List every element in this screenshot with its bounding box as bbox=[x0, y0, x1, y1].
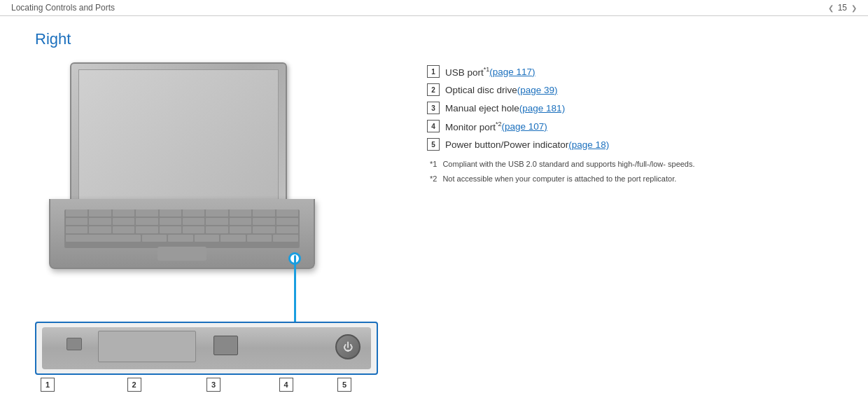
item-badge-3: 3 bbox=[427, 102, 440, 114]
item-text-4: Monitor port*2 bbox=[445, 121, 502, 132]
item-link-1[interactable]: (page 117) bbox=[489, 67, 535, 77]
main-content: Right bbox=[0, 16, 868, 407]
label-2: 2 bbox=[127, 378, 141, 392]
footnote-text-1: Compliant with the USB 2.0 standard and … bbox=[442, 159, 694, 170]
footnote-text-2: Not accessible when your computer is att… bbox=[442, 174, 676, 184]
header-title: Locating Controls and Ports bbox=[11, 3, 115, 13]
list-item: 2 Optical disc drive (page 39) bbox=[427, 83, 847, 96]
item-text-1: USB port*1 bbox=[445, 66, 489, 78]
laptop-touchpad bbox=[158, 247, 206, 261]
label-3: 3 bbox=[206, 378, 220, 392]
laptop-screen-outer bbox=[70, 62, 287, 210]
footnotes: *1 Compliant with the USB 2.0 standard a… bbox=[427, 159, 847, 185]
header-page: ❮ 15 ❯ bbox=[828, 3, 857, 13]
item-badge-1: 1 bbox=[427, 65, 440, 78]
chevron-right-icon: ❯ bbox=[851, 4, 857, 12]
footnote-1: *1 Compliant with the USB 2.0 standard a… bbox=[430, 159, 847, 170]
laptop-keyboard bbox=[64, 210, 300, 248]
item-list: 1 USB port*1 (page 117) 2 Optical disc d… bbox=[427, 65, 847, 151]
label-4: 4 bbox=[279, 378, 293, 392]
laptop-base bbox=[49, 199, 315, 269]
laptop-screen-inner bbox=[78, 69, 279, 202]
connector-line bbox=[294, 255, 296, 325]
laptop-illustration-area: ⏻ 1 2 3 4 5 bbox=[35, 62, 385, 364]
list-item: 3 Manual eject hole (page 181) bbox=[427, 102, 847, 114]
section-title: Right bbox=[35, 30, 399, 48]
chevron-left-icon: ❮ bbox=[828, 4, 834, 12]
left-panel: Right bbox=[35, 30, 399, 400]
item-badge-4: 4 bbox=[427, 120, 440, 132]
page-header: Locating Controls and Ports ❮ 15 ❯ bbox=[0, 0, 868, 16]
item-text-2: Optical disc drive bbox=[445, 85, 517, 95]
list-item: 1 USB port*1 (page 117) bbox=[427, 65, 847, 78]
item-text-3: Manual eject hole bbox=[445, 103, 519, 114]
item-badge-2: 2 bbox=[427, 83, 440, 96]
bottom-strip-container: ⏻ 1 2 3 4 5 bbox=[35, 322, 378, 392]
item-link-3[interactable]: (page 181) bbox=[519, 103, 565, 114]
label-1: 1 bbox=[41, 378, 55, 392]
footnote-mark-2: *2 bbox=[430, 174, 437, 184]
usb-port-visual bbox=[66, 338, 82, 350]
bottom-strip-visual: ⏻ bbox=[42, 327, 371, 369]
item-link-5[interactable]: (page 18) bbox=[568, 139, 609, 150]
optical-drive-visual bbox=[98, 331, 196, 362]
item-link-2[interactable]: (page 39) bbox=[517, 85, 558, 95]
footnote-mark-1: *1 bbox=[430, 159, 437, 170]
list-item: 4 Monitor port*2 (page 107) bbox=[427, 120, 847, 132]
footnote-2: *2 Not accessible when your computer is … bbox=[430, 174, 847, 184]
item-link-4[interactable]: (page 107) bbox=[502, 121, 547, 132]
laptop-body bbox=[49, 62, 315, 259]
power-button-visual: ⏻ bbox=[335, 334, 360, 359]
power-icon: ⏻ bbox=[343, 342, 353, 352]
item-badge-5: 5 bbox=[427, 138, 440, 151]
page-number: 15 bbox=[838, 3, 847, 13]
bottom-strip-border: ⏻ bbox=[35, 322, 378, 375]
label-5: 5 bbox=[337, 378, 351, 392]
list-item: 5 Power button/Power indicator (page 18) bbox=[427, 138, 847, 151]
right-panel: 1 USB port*1 (page 117) 2 Optical disc d… bbox=[427, 30, 847, 400]
monitor-port-visual bbox=[214, 336, 238, 355]
item-text-5: Power button/Power indicator bbox=[445, 139, 568, 150]
number-labels: 1 2 3 4 5 bbox=[35, 378, 357, 392]
